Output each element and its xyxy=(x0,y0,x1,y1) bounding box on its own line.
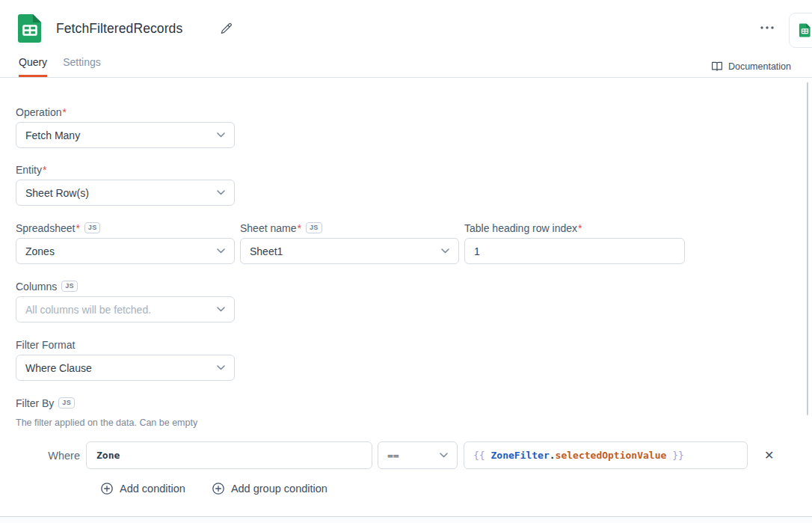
js-toggle-badge[interactable]: JS xyxy=(61,281,78,292)
operation-value: Fetch Many xyxy=(25,129,80,141)
chevron-down-icon xyxy=(441,248,449,254)
filter-column-input[interactable] xyxy=(86,441,372,469)
required-asterisk: * xyxy=(298,222,301,234)
entity-label: Entity xyxy=(16,164,42,176)
filter-format-field: Filter Format Where Clause xyxy=(16,338,812,381)
query-editor-panel: FetchFilteredRecords Query Settings Doc xyxy=(0,0,812,523)
where-prefix-label: Where xyxy=(16,450,86,462)
add-condition-button[interactable]: Add condition xyxy=(101,483,185,495)
filter-operator-select[interactable]: == xyxy=(378,441,458,469)
query-form: Operation* Fetch Many Entity* Sheet Row(… xyxy=(0,78,812,495)
chevron-down-icon xyxy=(217,190,225,195)
add-group-condition-label: Add group condition xyxy=(231,483,327,495)
sheet-name-select[interactable]: Sheet1 xyxy=(240,238,459,264)
js-toggle-badge[interactable]: JS xyxy=(306,222,322,233)
spreadsheet-value: Zones xyxy=(25,245,55,257)
spreadsheet-field: Spreadsheet* JS Zones xyxy=(16,221,235,264)
book-icon xyxy=(711,61,723,72)
filter-condition-row: Where == {{ ZoneFilter.selectedOptionVal… xyxy=(16,441,812,469)
spreadsheet-select[interactable]: Zones xyxy=(16,238,235,264)
tab-settings[interactable]: Settings xyxy=(63,56,101,77)
google-sheets-icon xyxy=(798,23,812,37)
condition-actions-row: Add condition Add group condition xyxy=(16,483,812,495)
table-heading-row-index-field: Table heading row index* xyxy=(464,221,685,264)
sheet-name-field: Sheet name* JS Sheet1 xyxy=(240,221,459,264)
columns-placeholder: All columns will be fetched. xyxy=(25,304,151,316)
code-open-brace: {{ xyxy=(473,450,490,461)
sheet-name-label: Sheet name xyxy=(240,222,297,234)
rename-query-button[interactable] xyxy=(218,21,234,37)
add-condition-label: Add condition xyxy=(120,483,185,495)
documentation-label: Documentation xyxy=(728,61,791,72)
plus-circle-icon xyxy=(212,483,224,495)
panel-bottom-divider xyxy=(0,516,812,523)
table-heading-row-index-label: Table heading row index xyxy=(464,222,577,234)
close-icon: ✕ xyxy=(764,449,774,462)
entity-field: Entity* Sheet Row(s) xyxy=(16,163,812,206)
sheet-name-value: Sheet1 xyxy=(250,245,283,257)
add-group-condition-button[interactable]: Add group condition xyxy=(212,483,327,495)
js-toggle-badge[interactable]: JS xyxy=(84,222,101,233)
filter-format-label: Filter Format xyxy=(16,339,75,351)
filter-by-helper-text: The filter applied on the data. Can be e… xyxy=(16,418,812,428)
chevron-down-icon xyxy=(217,132,225,138)
pencil-icon xyxy=(220,22,233,35)
table-heading-row-index-input[interactable] xyxy=(464,238,685,264)
filter-format-value: Where Clause xyxy=(25,362,92,374)
js-toggle-badge[interactable]: JS xyxy=(58,397,75,409)
sheet-config-row: Spreadsheet* JS Zones Sheet name* JS She… xyxy=(16,221,812,264)
google-sheets-icon xyxy=(15,13,45,43)
operation-field: Operation* Fetch Many xyxy=(16,105,812,148)
editor-tabs: Query Settings Documentation xyxy=(0,52,812,78)
required-asterisk: * xyxy=(43,164,46,176)
filter-by-section: Filter By JS The filter applied on the d… xyxy=(16,397,812,495)
columns-select[interactable]: All columns will be fetched. xyxy=(16,296,235,322)
remove-condition-button[interactable]: ✕ xyxy=(764,450,774,462)
required-asterisk: * xyxy=(62,106,66,118)
entity-value: Sheet Row(s) xyxy=(25,187,89,199)
required-asterisk: * xyxy=(578,222,582,234)
kebab-icon xyxy=(760,25,775,30)
query-name: FetchFilteredRecords xyxy=(56,21,182,37)
documentation-link[interactable]: Documentation xyxy=(711,61,791,72)
chevron-down-icon xyxy=(440,453,448,458)
columns-field: Columns JS All columns will be fetched. xyxy=(16,280,812,322)
operation-select[interactable]: Fetch Many xyxy=(16,122,235,148)
filter-format-select[interactable]: Where Clause xyxy=(16,355,235,381)
code-property: selectedOptionValue xyxy=(556,450,667,461)
code-object: ZoneFilter xyxy=(490,450,549,461)
chevron-down-icon xyxy=(217,307,225,312)
filter-operator-value: == xyxy=(387,450,399,461)
plus-circle-icon xyxy=(101,483,113,495)
required-asterisk: * xyxy=(76,222,79,234)
operation-label: Operation xyxy=(16,106,61,118)
filter-by-label: Filter By xyxy=(16,397,54,409)
datasource-card[interactable] xyxy=(789,13,812,48)
query-header: FetchFilteredRecords xyxy=(0,0,812,52)
chevron-down-icon xyxy=(217,248,225,254)
entity-select[interactable]: Sheet Row(s) xyxy=(16,180,235,206)
vertical-scrollbar[interactable] xyxy=(807,82,808,415)
more-options-button[interactable] xyxy=(757,22,778,33)
filter-value-input[interactable]: {{ ZoneFilter.selectedOptionValue }} xyxy=(464,441,748,469)
code-dot: . xyxy=(550,450,556,461)
spreadsheet-label: Spreadsheet xyxy=(16,222,75,234)
columns-label: Columns xyxy=(16,281,57,293)
tab-query[interactable]: Query xyxy=(19,56,47,77)
code-close-brace: }} xyxy=(666,450,683,461)
chevron-down-icon xyxy=(217,365,225,370)
